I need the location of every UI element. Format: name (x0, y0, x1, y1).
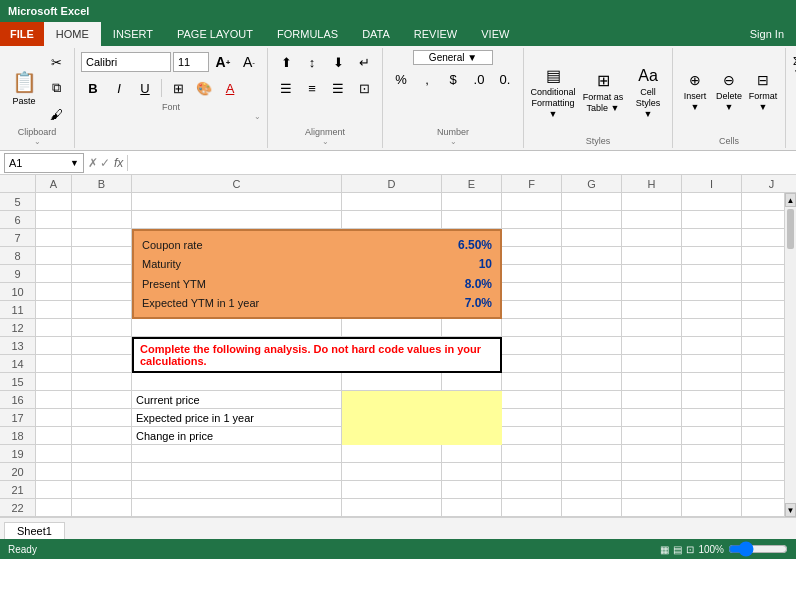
col-header-h[interactable]: H (622, 175, 682, 192)
underline-button[interactable]: U (133, 76, 157, 100)
format-painter-button[interactable]: 🖌 (44, 102, 68, 126)
cell-f20[interactable] (502, 463, 562, 481)
italic-button[interactable]: I (107, 76, 131, 100)
cell-j11[interactable] (742, 301, 784, 319)
cell-c6[interactable] (132, 211, 342, 229)
font-size-input[interactable] (173, 52, 209, 72)
fill-color-button[interactable]: 🎨 (192, 76, 216, 100)
cell-b16[interactable] (72, 391, 132, 409)
row-header-9[interactable]: 9 (0, 265, 35, 283)
clipboard-expand[interactable]: ⌄ (34, 137, 41, 146)
tab-insert[interactable]: INSERT (101, 22, 165, 46)
number-format-dropdown[interactable]: General ▼ (413, 50, 493, 65)
cell-a21[interactable] (36, 481, 72, 499)
cell-h17[interactable] (622, 409, 682, 427)
cell-g13[interactable] (562, 337, 622, 355)
conditional-formatting-button[interactable]: ▤ Conditional Formatting ▼ (530, 72, 576, 114)
cell-b11[interactable] (72, 301, 132, 319)
cell-f17[interactable] (502, 409, 562, 427)
cell-d5[interactable] (342, 193, 442, 211)
row-header-19[interactable]: 19 (0, 445, 35, 463)
comma-button[interactable]: , (415, 67, 439, 91)
cell-b18[interactable] (72, 427, 132, 445)
cell-g19[interactable] (562, 445, 622, 463)
cell-b8[interactable] (72, 247, 132, 265)
cell-j7[interactable] (742, 229, 784, 247)
sheet-tab-1[interactable]: Sheet1 (4, 522, 65, 539)
copy-button[interactable]: ⧉ (44, 76, 68, 100)
cell-j16[interactable] (742, 391, 784, 409)
cell-i13[interactable] (682, 337, 742, 355)
row-header-5[interactable]: 5 (0, 193, 35, 211)
cell-h5[interactable] (622, 193, 682, 211)
formula-input[interactable] (132, 157, 792, 169)
cell-g16[interactable] (562, 391, 622, 409)
scroll-thumb[interactable] (787, 209, 794, 249)
tab-file[interactable]: FILE (0, 22, 44, 46)
cell-g17[interactable] (562, 409, 622, 427)
col-header-f[interactable]: F (502, 175, 562, 192)
cell-f12[interactable] (502, 319, 562, 337)
cell-h18[interactable] (622, 427, 682, 445)
cell-b6[interactable] (72, 211, 132, 229)
cell-f22[interactable] (502, 499, 562, 517)
cell-b21[interactable] (72, 481, 132, 499)
cell-f18[interactable] (502, 427, 562, 445)
cell-f10[interactable] (502, 283, 562, 301)
cell-c19[interactable] (132, 445, 342, 463)
cell-h22[interactable] (622, 499, 682, 517)
cell-h13[interactable] (622, 337, 682, 355)
cell-h8[interactable] (622, 247, 682, 265)
cell-e6[interactable] (442, 211, 502, 229)
cell-i7[interactable] (682, 229, 742, 247)
tab-page-layout[interactable]: PAGE LAYOUT (165, 22, 265, 46)
cell-j22[interactable] (742, 499, 784, 517)
cell-b13[interactable] (72, 337, 132, 355)
view-preview[interactable]: ⊡ (686, 544, 694, 555)
name-box[interactable]: A1 ▼ (4, 153, 84, 173)
col-header-c[interactable]: C (132, 175, 342, 192)
cell-a22[interactable] (36, 499, 72, 517)
cell-c5[interactable] (132, 193, 342, 211)
cell-c12[interactable] (132, 319, 342, 337)
cell-f7[interactable] (502, 229, 562, 247)
cell-i19[interactable] (682, 445, 742, 463)
cell-a15[interactable] (36, 373, 72, 391)
cell-i15[interactable] (682, 373, 742, 391)
col-header-d[interactable]: D (342, 175, 442, 192)
cell-a14[interactable] (36, 355, 72, 373)
cell-a10[interactable] (36, 283, 72, 301)
cell-a6[interactable] (36, 211, 72, 229)
cell-b15[interactable] (72, 373, 132, 391)
cell-i17[interactable] (682, 409, 742, 427)
cell-b19[interactable] (72, 445, 132, 463)
row-header-10[interactable]: 10 (0, 283, 35, 301)
row-header-16[interactable]: 16 (0, 391, 35, 409)
cell-d19[interactable] (342, 445, 442, 463)
cell-a19[interactable] (36, 445, 72, 463)
cell-b9[interactable] (72, 265, 132, 283)
cell-d12[interactable] (342, 319, 442, 337)
cell-f8[interactable] (502, 247, 562, 265)
cell-h19[interactable] (622, 445, 682, 463)
cell-j5[interactable] (742, 193, 784, 211)
cell-e20[interactable] (442, 463, 502, 481)
col-header-b[interactable]: B (72, 175, 132, 192)
delete-cells-button[interactable]: ⊖ Delete ▼ (713, 72, 745, 114)
cell-f19[interactable] (502, 445, 562, 463)
cell-a9[interactable] (36, 265, 72, 283)
cell-e5[interactable] (442, 193, 502, 211)
cell-g11[interactable] (562, 301, 622, 319)
cell-f14[interactable] (502, 355, 562, 373)
decrease-font-button[interactable]: A- (237, 50, 261, 74)
scroll-up-button[interactable]: ▲ (785, 193, 796, 207)
cell-b5[interactable] (72, 193, 132, 211)
cell-a20[interactable] (36, 463, 72, 481)
cell-i18[interactable] (682, 427, 742, 445)
cell-b10[interactable] (72, 283, 132, 301)
cell-g18[interactable] (562, 427, 622, 445)
cell-f11[interactable] (502, 301, 562, 319)
confirm-button[interactable]: ✓ (100, 156, 110, 170)
align-bottom-button[interactable]: ⬇ (326, 50, 350, 74)
cell-h11[interactable] (622, 301, 682, 319)
